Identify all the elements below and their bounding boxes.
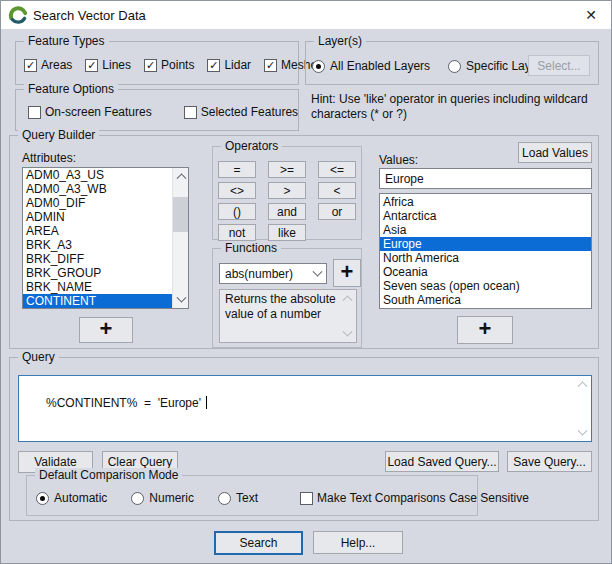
search-vector-data-dialog: Search Vector Data ✕ Feature Types ✓Area…: [0, 0, 612, 564]
help-button[interactable]: Help...: [313, 531, 403, 554]
values-list-item[interactable]: Antarctica: [380, 209, 591, 223]
scroll-up-icon[interactable]: [340, 290, 354, 305]
load-saved-query-button[interactable]: Load Saved Query...: [385, 451, 499, 472]
query-textarea[interactable]: %CONTINENT% = 'Europe': [18, 375, 592, 442]
add-value-button[interactable]: +: [457, 316, 513, 344]
query-legend: Query: [18, 350, 59, 364]
radio-button-icon: [312, 60, 325, 73]
scroll-down-icon[interactable]: [575, 426, 590, 441]
values-list-item[interactable]: Asia: [380, 223, 591, 237]
radio-automatic[interactable]: Automatic: [36, 491, 107, 505]
layers-group: Layer(s) All Enabled LayersSpecific Laye…: [305, 41, 599, 85]
values-list-item[interactable]: South America: [380, 293, 591, 307]
layers-legend: Layer(s): [314, 34, 366, 48]
checkbox-make-text-comparisons-case-sensitive[interactable]: Make Text Comparisons Case Sensitive: [300, 491, 529, 505]
values-list-item[interactable]: Oceania: [380, 265, 591, 279]
attributes-list-item[interactable]: ADMIN: [23, 210, 188, 224]
operator-button-[interactable]: <: [318, 182, 356, 199]
comparison-mode-legend: Default Comparison Mode: [35, 468, 182, 482]
scroll-up-icon[interactable]: [173, 168, 189, 183]
attributes-listbox[interactable]: ADM0_A3_USADM0_A3_WBADM0_DIFADMINAREABRK…: [22, 167, 189, 309]
checkbox-on-screen-features[interactable]: On-screen Features: [28, 105, 152, 119]
functions-dropdown[interactable]: abs(number): [219, 263, 327, 284]
operator-button-and[interactable]: and: [268, 203, 306, 220]
values-list-item[interactable]: Europe: [380, 237, 591, 251]
checkbox-label: Areas: [41, 58, 72, 72]
attributes-scrollbar[interactable]: [172, 168, 188, 308]
checkbox-label: Points: [161, 58, 194, 72]
checkbox-box-icon: ✓: [85, 59, 98, 72]
attributes-list-item[interactable]: CONTINENT: [23, 294, 188, 308]
scroll-up-icon[interactable]: [575, 376, 590, 391]
operators-group: Operators =>=<=<>><()andornotlike: [212, 146, 362, 240]
radio-numeric[interactable]: Numeric: [131, 491, 194, 505]
search-button[interactable]: Search: [214, 531, 303, 555]
checkbox-selected-features[interactable]: Selected Features: [184, 105, 298, 119]
values-list-item[interactable]: Seven seas (open ocean): [380, 279, 591, 293]
select-layers-button[interactable]: Select...: [528, 55, 590, 76]
attributes-list-item[interactable]: BRK_NAME: [23, 280, 188, 294]
attributes-list-item[interactable]: BRK_A3: [23, 238, 188, 252]
values-list-item[interactable]: North America: [380, 251, 591, 265]
load-values-button[interactable]: Load Values: [518, 142, 592, 163]
title-bar: Search Vector Data ✕: [1, 1, 611, 29]
values-list-item[interactable]: Africa: [380, 195, 591, 209]
radio-label: Text: [236, 491, 258, 505]
checkbox-areas[interactable]: ✓Areas: [24, 58, 72, 72]
scrollbar-thumb[interactable]: [173, 197, 189, 232]
operator-button-like[interactable]: like: [268, 224, 306, 241]
checkbox-box-icon: ✓: [207, 59, 220, 72]
operators-grid: =>=<=<>><()andornotlike: [218, 161, 356, 241]
radio-text[interactable]: Text: [218, 491, 258, 505]
checkbox-box-icon: ✓: [144, 59, 157, 72]
operator-button-[interactable]: (): [218, 203, 256, 220]
attributes-list-item[interactable]: BRK_DIFF: [23, 252, 188, 266]
layers-radios: All Enabled LayersSpecific Layers: [312, 59, 547, 73]
scroll-down-icon[interactable]: [173, 293, 189, 308]
checkbox-box-icon: ✓: [24, 59, 37, 72]
feature-types-legend: Feature Types: [24, 34, 109, 48]
attributes-list-item[interactable]: ADM0_A3_US: [23, 168, 188, 182]
feature-types-group: Feature Types ✓Areas✓Lines✓Points✓Lidar✓…: [15, 41, 299, 85]
values-label: Values:: [379, 153, 418, 167]
scroll-down-icon[interactable]: [340, 327, 354, 342]
checkbox-lidar[interactable]: ✓Lidar: [207, 58, 251, 72]
app-icon: [8, 5, 28, 25]
attributes-list-item[interactable]: ADM0_DIF: [23, 196, 188, 210]
values-input[interactable]: Europe: [379, 168, 592, 189]
values-listbox[interactable]: AfricaAntarcticaAsiaEuropeNorth AmericaO…: [379, 193, 592, 309]
close-button[interactable]: ✕: [571, 1, 611, 29]
feature-types-checkboxes: ✓Areas✓Lines✓Points✓Lidar✓Meshes: [24, 58, 323, 72]
attributes-list-item[interactable]: AREA: [23, 224, 188, 238]
values-items: AfricaAntarcticaAsiaEuropeNorth AmericaO…: [380, 194, 591, 307]
attributes-label: Attributes:: [22, 151, 76, 165]
attributes-list-item[interactable]: ECONOMY: [23, 308, 188, 309]
functions-group: Functions abs(number) + Returns the abso…: [212, 248, 362, 348]
operator-button-[interactable]: <>: [218, 182, 256, 199]
attributes-items: ADM0_A3_USADM0_A3_WBADM0_DIFADMINAREABRK…: [23, 168, 188, 309]
save-query-button[interactable]: Save Query...: [507, 451, 592, 472]
radio-all-enabled-layers[interactable]: All Enabled Layers: [312, 59, 430, 73]
checkbox-points[interactable]: ✓Points: [144, 58, 194, 72]
operators-legend: Operators: [221, 139, 282, 153]
feature-options-legend: Feature Options: [24, 82, 118, 96]
checkbox-box-icon: [184, 106, 197, 119]
radio-button-icon: [448, 60, 461, 73]
attributes-list-item[interactable]: BRK_GROUP: [23, 266, 188, 280]
operator-button-[interactable]: >=: [268, 161, 306, 178]
operator-button-[interactable]: >: [268, 182, 306, 199]
operator-button-[interactable]: <=: [318, 161, 356, 178]
comparison-mode-controls: AutomaticNumericTextMake Text Comparison…: [36, 491, 529, 505]
checkbox-box-icon: [300, 492, 313, 505]
add-function-button[interactable]: +: [333, 259, 361, 287]
operator-button-not[interactable]: not: [218, 224, 256, 241]
checkbox-lines[interactable]: ✓Lines: [85, 58, 131, 72]
checkbox-box-icon: ✓: [264, 59, 277, 72]
checkbox-label: On-screen Features: [45, 105, 152, 119]
feature-options-group: Feature Options On-screen FeaturesSelect…: [15, 89, 299, 131]
operator-button-[interactable]: =: [218, 161, 256, 178]
radio-label: All Enabled Layers: [330, 59, 430, 73]
operator-button-or[interactable]: or: [318, 203, 356, 220]
attributes-list-item[interactable]: ADM0_A3_WB: [23, 182, 188, 196]
add-attribute-button[interactable]: +: [79, 317, 133, 343]
